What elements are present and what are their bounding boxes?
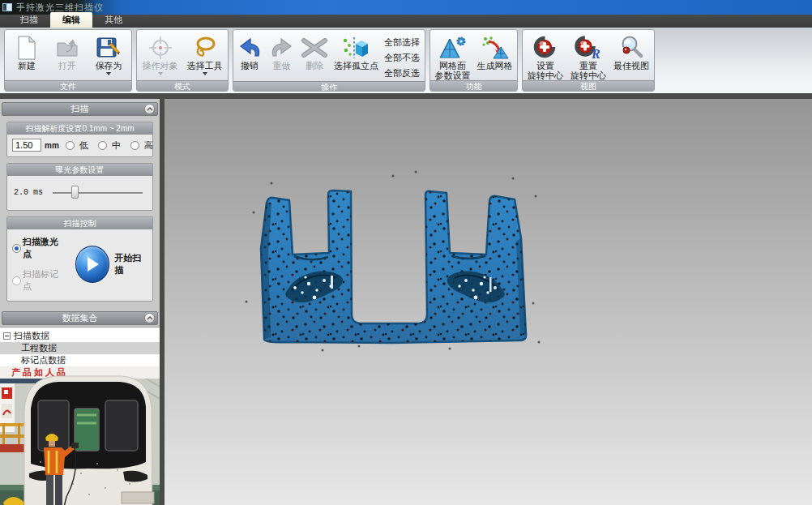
data-panel-title: 数据集合 [62,312,98,324]
scan-panel-title: 扫描 [71,103,89,115]
mesh-gear-icon [439,34,467,61]
resolution-unit: mm [45,141,59,150]
resolution-radio-mid[interactable] [98,141,107,150]
select-tool-dropdown-arrow-icon[interactable] [203,72,207,78]
exposure-slider-thumb[interactable] [71,186,79,199]
data-tree: 扫描数据 工程数据 标记点数据 [0,327,160,366]
app-window: 手持激光三维扫描仪 扫描 编辑 其他 新建 打开 [0,0,812,505]
group-caption-file: 文件 [5,80,131,91]
group-caption-function: 功能 [430,80,517,91]
play-icon [85,256,100,272]
save-as-dropdown-arrow-icon[interactable] [106,72,111,78]
select-none-button[interactable]: 全部不选 [384,50,420,66]
chevron-up-icon [147,107,153,111]
exposure-slider-track [53,192,143,194]
tree-item-project-data[interactable]: 工程数据 [0,342,160,354]
data-panel-collapse-button[interactable] [144,313,155,323]
generate-mesh-icon [481,34,509,61]
resolution-label-mid: 中 [112,139,121,152]
lasso-icon [193,34,217,61]
reset-rotation-center-icon: R [574,34,603,61]
scan-laser-label: 扫描激光点 [23,236,62,260]
open-folder-icon [55,34,79,61]
save-as-button[interactable]: 保存为 [88,32,130,78]
resolution-input[interactable] [12,139,41,152]
set-rotation-center-icon [532,34,558,61]
factory-photo: 产品如人品 [0,366,160,505]
start-scan-button[interactable] [75,246,110,283]
start-scan-label: 开始扫描 [114,252,147,276]
ribbon-group-view: 设置 旋转中心 R 重置 旋转中心 [522,29,655,92]
resolution-label-low: 低 [79,139,88,152]
group-caption-view: 视图 [523,80,654,91]
scan-object-train-front-mask [165,99,812,505]
delete-button[interactable]: 删除 [297,32,331,71]
delete-x-icon [301,34,327,61]
ribbon-group-mode: 操作对象 选择工具 模式 [136,29,229,92]
scan-control-box: 扫描控制 扫描激光点 扫描标记点 [6,216,153,302]
resolution-label-high: 高 [144,139,153,152]
resolution-header: 扫描解析度设置0.1mm ~ 2mm [7,122,152,135]
select-text-buttons: 全部选择 全部不选 全部反选 [381,32,425,81]
generate-mesh-button[interactable]: 生成网格 [474,32,516,71]
isolated-points-cube-icon [342,34,370,61]
scan-panel-header: 扫描 [2,102,158,116]
select-tool-button[interactable]: 选择工具 [182,32,227,78]
tab-scan[interactable]: 扫描 [8,12,50,28]
ribbon-group-operation: 撤销 重做 删除 [233,29,425,92]
redo-arrow-icon [270,34,294,61]
undo-arrow-icon [237,34,262,61]
exposure-box: 曝光参数设置 2.0 ms [6,163,153,211]
reset-rotation-center-button[interactable]: R 重置 旋转中心 [566,32,610,80]
operate-object-dropdown-arrow-icon[interactable] [158,72,163,78]
scan-marker-radio[interactable] [12,276,21,285]
new-document-icon [16,34,37,61]
operate-object-button[interactable]: 操作对象 [138,32,182,78]
target-crosshair-icon [148,34,173,61]
tree-item-scan-data[interactable]: 扫描数据 [0,330,160,342]
resolution-box: 扫描解析度设置0.1mm ~ 2mm mm 低 中 高 [6,122,153,157]
data-panel-header: 数据集合 [2,311,158,325]
new-button[interactable]: 新建 [6,32,47,71]
mesh-params-button[interactable]: 网格面 参数设置 [432,32,474,80]
best-view-button[interactable]: 最佳视图 [610,32,652,71]
select-invert-button[interactable]: 全部反选 [384,66,420,81]
open-button[interactable]: 打开 [47,32,88,71]
app-icon [2,3,12,11]
tree-collapse-minus-icon[interactable] [3,332,11,340]
ribbon-bottom-strip [0,93,812,99]
select-all-button[interactable]: 全部选择 [384,35,420,50]
scan-control-header: 扫描控制 [7,217,152,229]
exposure-slider[interactable] [53,186,146,199]
redo-button[interactable]: 重做 [266,32,298,71]
group-caption-mode: 模式 [137,80,228,91]
scan-laser-radio[interactable] [12,244,21,253]
tab-other[interactable]: 其他 [92,12,135,28]
group-caption-operation: 操作 [233,81,425,92]
save-as-icon [96,34,121,61]
tree-item-marker-data[interactable]: 标记点数据 [0,354,160,366]
exposure-header: 曝光参数设置 [7,164,152,176]
ribbon-group-function: 网格面 参数设置 生成网格 功能 [430,29,518,92]
set-rotation-center-button[interactable]: 设置 旋转中心 [524,32,566,80]
ribbon-tabbar: 扫描 编辑 其他 [0,15,812,28]
svg-text:R: R [591,47,600,61]
ribbon-group-file: 新建 打开 保存为 文件 [4,29,132,92]
select-isolated-points-button[interactable]: 选择孤立点 [331,32,381,71]
viewport-3d[interactable] [165,99,812,505]
ribbon: 新建 打开 保存为 文件 [0,28,812,93]
sidebar: 扫描 扫描解析度设置0.1mm ~ 2mm mm 低 中 高 [0,99,160,505]
undo-button[interactable]: 撤销 [233,32,266,71]
resolution-radio-high[interactable] [130,141,139,150]
resolution-radio-low[interactable] [66,141,75,150]
tab-edit[interactable]: 编辑 [50,12,92,28]
scan-panel-collapse-button[interactable] [144,104,155,114]
scan-marker-label: 扫描标记点 [23,268,62,293]
chevron-up-icon [147,316,153,320]
best-view-magnifier-icon [619,34,643,61]
exposure-value: 2.0 ms [14,188,43,197]
